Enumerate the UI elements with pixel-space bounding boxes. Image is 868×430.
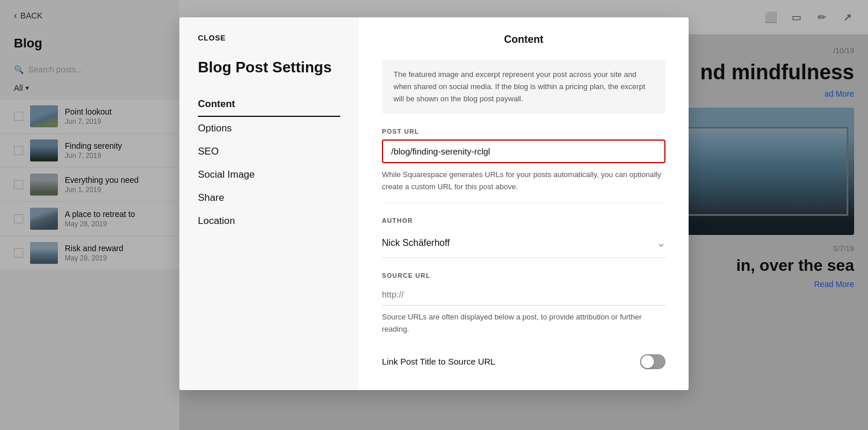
source-url-input[interactable] <box>382 284 665 306</box>
author-chevron-icon: ⌄ <box>657 237 665 249</box>
modal-right-panel: Content The featured image and excerpt r… <box>359 17 689 390</box>
author-dropdown[interactable]: Nick Schäferhoff ⌄ <box>382 229 665 258</box>
url-hint: While Squarespace generates URLs for you… <box>382 169 665 203</box>
modal-nav-item[interactable]: Content <box>198 93 340 117</box>
post-url-label: POST URL <box>382 128 665 135</box>
modal-nav-item[interactable]: Social Image <box>198 163 340 186</box>
source-url-section: SOURCE URL Source URLs are often display… <box>382 272 665 336</box>
link-post-title-toggle[interactable] <box>640 354 665 369</box>
modal-section-title: Blog Post Settings <box>198 58 340 76</box>
modal-content-heading: Content <box>382 34 665 46</box>
toggle-knob <box>641 355 654 368</box>
modal-close-button[interactable]: CLOSE <box>198 34 340 42</box>
modal-nav-item[interactable]: Share <box>198 186 340 210</box>
post-url-input[interactable]: /blog/finding-serenity-rclgl <box>382 139 665 163</box>
modal-nav-item[interactable]: SEO <box>198 140 340 163</box>
source-url-label: SOURCE URL <box>382 272 665 279</box>
source-hint: Source URLs are often displayed below a … <box>382 311 665 336</box>
modal-nav: ContentOptionsSEOSocial ImageShareLocati… <box>198 93 340 233</box>
modal: CLOSE Blog Post Settings ContentOptionsS… <box>179 17 689 390</box>
modal-info-box: The featured image and excerpt represent… <box>382 60 665 114</box>
author-label: AUTHOR <box>382 217 665 224</box>
modal-left-panel: CLOSE Blog Post Settings ContentOptionsS… <box>179 17 359 390</box>
author-section: AUTHOR Nick Schäferhoff ⌄ <box>382 217 665 258</box>
modal-nav-item[interactable]: Options <box>198 117 340 140</box>
author-name: Nick Schäferhoff <box>382 238 450 248</box>
post-url-value: /blog/finding-serenity-rclgl <box>391 146 490 156</box>
modal-overlay: CLOSE Blog Post Settings ContentOptionsS… <box>0 0 868 430</box>
link-post-title-label: Link Post Title to Source URL <box>382 357 495 366</box>
link-post-title-row: Link Post Title to Source URL <box>382 350 665 374</box>
modal-nav-item[interactable]: Location <box>198 210 340 233</box>
